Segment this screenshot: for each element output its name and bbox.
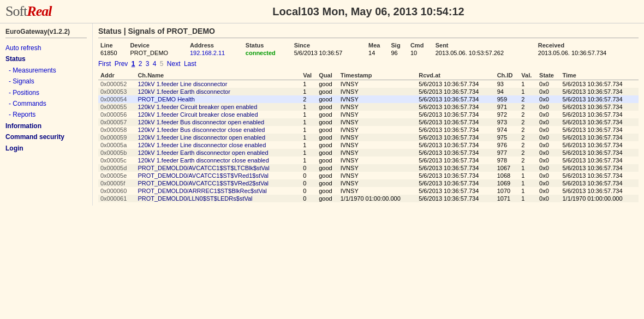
page-last[interactable]: Last	[184, 60, 196, 68]
cell-state: 0x0	[537, 149, 560, 157]
cell-qual: good	[317, 134, 338, 141]
page-2[interactable]: 2	[139, 60, 142, 68]
device-ip-link[interactable]: 192.168.2.11	[190, 50, 225, 56]
table-row: 0x00005a120kV 1.feeder Line disconnector…	[98, 141, 639, 149]
cell-val2: 2	[519, 149, 537, 157]
cell-val2: 2	[519, 157, 537, 164]
logo-soft: Soft	[5, 3, 27, 19]
cell-rcvdat: 5/6/2013 10:36:57.734	[416, 103, 494, 111]
cell-rcvdat: 5/6/2013 10:36:57.734	[416, 172, 494, 179]
device-sig: 96	[389, 49, 408, 57]
cell-rcvdat: 5/6/2013 10:36:57.734	[416, 149, 494, 157]
sidebar-item-command-security[interactable]: Command security	[5, 131, 87, 142]
sidebar-autorefresh[interactable]: Auto refresh	[5, 43, 87, 53]
device-cmd: 10	[408, 49, 433, 57]
cell-state: 0x0	[537, 80, 560, 88]
cell-val2: 2	[519, 134, 537, 141]
device-row: 61850 PROT_DEMO 192.168.2.11 connected 5…	[98, 49, 639, 57]
page-prev[interactable]: Prev	[115, 60, 128, 68]
sidebar-item-signals[interactable]: - Signals	[5, 76, 87, 87]
page-first[interactable]: First	[98, 60, 111, 68]
sidebar-item-reports[interactable]: - Reports	[5, 109, 87, 120]
device-mea: 14	[366, 49, 389, 57]
cell-timestamp: IVNSY	[338, 179, 416, 187]
sidebar-item-positions[interactable]: - Positions	[5, 87, 87, 98]
logo: SoftReal	[5, 3, 98, 20]
pagination: First Prev 1 2 3 4 5 Next Last	[98, 60, 639, 68]
cell-chname: PROT_DEMOLD0/AVCATCC1$ST$VRed1$stVal	[135, 172, 301, 179]
sidebar-item-information[interactable]: Information	[5, 121, 87, 131]
cell-timestamp: IVNSY	[338, 118, 416, 126]
page-3[interactable]: 3	[146, 60, 150, 68]
cell-qual: good	[317, 95, 338, 103]
cell-addr: 0x000059	[98, 134, 135, 141]
cell-val: 1	[301, 134, 317, 141]
col-timestamp: Timestamp	[338, 71, 416, 80]
cell-addr: 0x000057	[98, 118, 135, 126]
cell-rcvdat: 5/6/2013 10:36:57.734	[416, 134, 494, 141]
cell-val: 0	[301, 187, 317, 195]
page-1[interactable]: 1	[132, 60, 135, 68]
cell-state: 0x0	[537, 141, 560, 149]
cell-time: 5/6/2013 10:36:57.734	[560, 157, 639, 164]
main-layout: EuroGateway(v1.2.2) Auto refresh Status …	[0, 23, 644, 206]
page-next[interactable]: Next	[167, 60, 181, 68]
cell-qual: good	[317, 187, 338, 195]
cell-val2: 1	[519, 88, 537, 95]
sidebar-item-commands[interactable]: - Commands	[5, 98, 87, 109]
cell-state: 0x0	[537, 195, 560, 202]
cell-val2: 1	[519, 164, 537, 172]
cell-timestamp: IVNSY	[338, 111, 416, 118]
cell-state: 0x0	[537, 118, 560, 126]
cell-state: 0x0	[537, 111, 560, 118]
cell-val: 0	[301, 164, 317, 172]
col-since: Since	[292, 41, 366, 49]
col-mea: Mea	[366, 41, 389, 49]
cell-chname: 120kV 1.feeder Line disconnector open en…	[135, 134, 301, 141]
cell-val2: 2	[519, 118, 537, 126]
device-line: 61850	[98, 49, 128, 57]
cell-chid: 971	[495, 103, 520, 111]
col-sent: Sent	[433, 41, 536, 49]
cell-chname: 120kV 1.feeder Line disconnector close e…	[135, 141, 301, 149]
col-time: Time	[560, 71, 639, 80]
cell-val2: 1	[519, 172, 537, 179]
cell-state: 0x0	[537, 157, 560, 164]
device-address: 192.168.2.11	[188, 49, 243, 57]
cell-addr: 0x000055	[98, 103, 135, 111]
cell-qual: good	[317, 111, 338, 118]
cell-chid: 974	[495, 126, 520, 134]
cell-state: 0x0	[537, 187, 560, 195]
cell-chname: 120kV 1.feeder Line disconnector	[135, 80, 301, 88]
cell-val2: 2	[519, 103, 537, 111]
cell-timestamp: IVNSY	[338, 103, 416, 111]
cell-addr: 0x00005e	[98, 172, 135, 179]
cell-time: 5/6/2013 10:36:57.734	[560, 172, 639, 179]
cell-chname: PROT_DEMOLD0/ARRREC1$ST$BlkRec$stVal	[135, 187, 301, 195]
cell-val2: 1	[519, 195, 537, 202]
cell-addr: 0x000056	[98, 111, 135, 118]
sidebar-item-status[interactable]: Status	[5, 53, 87, 64]
table-row: 0x000055120kV 1.feeder Circuit breaker o…	[98, 103, 639, 111]
device-status: connected	[243, 49, 292, 57]
cell-timestamp: IVNSY	[338, 157, 416, 164]
cell-qual: good	[317, 179, 338, 187]
cell-rcvdat: 5/6/2013 10:36:57.734	[416, 80, 494, 88]
cell-val2: 2	[519, 126, 537, 134]
cell-chname: PROT_DEMOLD0/LLN0$ST$LEDRs$stVal	[135, 195, 301, 202]
cell-time: 5/6/2013 10:36:57.734	[560, 118, 639, 126]
cell-timestamp: IVNSY	[338, 149, 416, 157]
cell-chid: 1071	[495, 195, 520, 202]
cell-chid: 975	[495, 134, 520, 141]
sidebar-item-login[interactable]: Login	[5, 143, 87, 154]
cell-addr: 0x000060	[98, 187, 135, 195]
sidebar-item-measurements[interactable]: - Measurements	[5, 65, 87, 76]
page-4[interactable]: 4	[153, 60, 157, 68]
cell-addr: 0x00005d	[98, 164, 135, 172]
col-val: Val	[301, 71, 317, 80]
cell-addr: 0x000058	[98, 126, 135, 134]
cell-addr: 0x00005a	[98, 141, 135, 149]
logo-area: SoftReal	[5, 3, 98, 20]
sidebar-section: Status - Measurements - Signals - Positi…	[5, 53, 87, 154]
header: SoftReal Local103 Mon, May 06, 2013 10:5…	[0, 0, 644, 23]
